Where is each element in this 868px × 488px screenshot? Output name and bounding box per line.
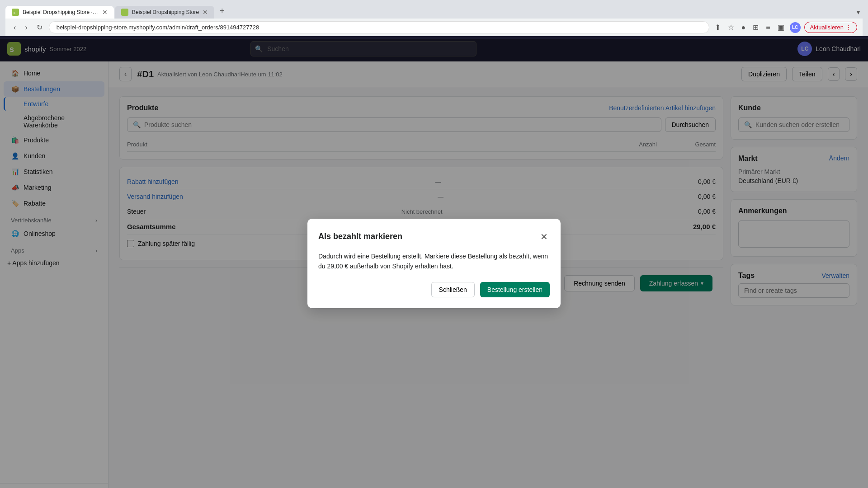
reload-button[interactable]: ↻ bbox=[34, 21, 45, 33]
modal-close-button[interactable]: ✕ bbox=[538, 230, 550, 244]
forward-button[interactable]: › bbox=[22, 22, 30, 33]
bookmark-icon[interactable]: ☆ bbox=[726, 21, 736, 33]
tab-favicon-1: s bbox=[12, 9, 19, 16]
svg-rect-2 bbox=[123, 10, 127, 14]
window-icon[interactable]: ▣ bbox=[776, 21, 786, 33]
modal: Als bezahlt markieren ✕ Dadurch wird ein… bbox=[307, 219, 561, 309]
browser-toolbar: ‹ › ↻ ⬆ ☆ ● ⊞ ≡ ▣ LC Aktualisieren ⋮ bbox=[5, 19, 863, 36]
browser-tab-active[interactable]: s Beispiel Dropshipping Store · E... ✕ bbox=[5, 6, 114, 19]
tab-title-1: Beispiel Dropshipping Store · E... bbox=[23, 9, 99, 15]
address-bar[interactable] bbox=[49, 21, 709, 33]
modal-header: Als bezahlt markieren ✕ bbox=[318, 230, 550, 244]
browser-chrome: s Beispiel Dropshipping Store · E... ✕ B… bbox=[0, 0, 868, 36]
modal-title: Als bezahlt markieren bbox=[318, 232, 402, 241]
modal-confirm-button[interactable]: Bestellung erstellen bbox=[480, 282, 550, 297]
tab-favicon-2 bbox=[121, 9, 128, 16]
toolbar-actions: ⬆ ☆ ● ⊞ ≡ ▣ LC Aktualisieren ⋮ bbox=[713, 21, 857, 33]
tab-close-1[interactable]: ✕ bbox=[102, 9, 108, 16]
svg-text:s: s bbox=[14, 10, 15, 14]
modal-body: Dadurch wird eine Bestellung erstellt. M… bbox=[318, 251, 550, 272]
browser-tab-2[interactable]: Beispiel Dropshipping Store ✕ bbox=[115, 6, 214, 19]
aktualisieren-chevron: ⋮ bbox=[845, 24, 851, 31]
modal-overlay: Als bezahlt markieren ✕ Dadurch wird ein… bbox=[0, 39, 868, 488]
extension-icon-3[interactable]: ≡ bbox=[764, 22, 772, 33]
browser-tabs: s Beispiel Dropshipping Store · E... ✕ B… bbox=[5, 4, 863, 19]
tab-close-2[interactable]: ✕ bbox=[203, 9, 208, 16]
modal-cancel-button[interactable]: Schließen bbox=[431, 282, 475, 297]
tab-title-2: Beispiel Dropshipping Store bbox=[132, 9, 199, 15]
browser-user-avatar[interactable]: LC bbox=[790, 22, 801, 33]
extension-icon-2[interactable]: ⊞ bbox=[751, 21, 760, 33]
aktualisieren-button[interactable]: Aktualisieren ⋮ bbox=[804, 22, 857, 33]
extension-icon-1[interactable]: ● bbox=[740, 22, 748, 33]
tab-dropdown[interactable]: ▾ bbox=[854, 6, 863, 19]
share-icon[interactable]: ⬆ bbox=[713, 21, 722, 33]
modal-footer: Schließen Bestellung erstellen bbox=[318, 282, 550, 297]
new-tab-button[interactable]: + bbox=[215, 4, 229, 19]
back-button[interactable]: ‹ bbox=[11, 22, 19, 33]
